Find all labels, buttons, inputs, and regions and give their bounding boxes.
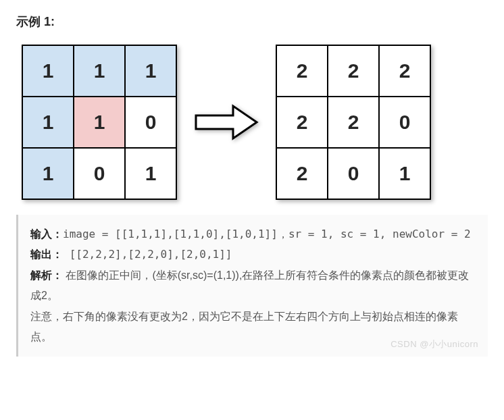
- grid-cell: 1: [74, 45, 125, 97]
- watermark-text: CSDN @小小unicorn: [390, 336, 478, 353]
- input-label: 输入：: [30, 228, 63, 240]
- grid-cell: 0: [328, 148, 379, 199]
- grid-cell: 2: [328, 45, 379, 97]
- grid-cell: 2: [276, 45, 328, 97]
- grid-cell: 0: [379, 97, 430, 148]
- grid-cell: 0: [74, 148, 125, 199]
- output-line: 输出： [[2,2,2],[2,2,0],[2,0,1]]: [30, 244, 476, 265]
- grid-cell: 2: [276, 148, 328, 199]
- explain-text-1: 在图像的正中间，(坐标(sr,sc)=(1,1)),在路径上所有符合条件的像素点…: [30, 269, 469, 301]
- output-grid: 222220201: [276, 45, 431, 200]
- input-grid: 111110101: [22, 45, 177, 200]
- grid-cell: 1: [22, 45, 74, 97]
- output-label: 输出：: [30, 248, 63, 260]
- input-line: 输入：image = [[1,1,1],[1,1,0],[1,0,1]]，sr …: [30, 224, 476, 244]
- example-title: 示例 1:: [16, 14, 488, 30]
- grid-cell: 2: [276, 97, 328, 148]
- arrow-icon: [189, 102, 263, 142]
- output-text: [[2,2,2],[2,2,0],[2,0,1]]: [63, 248, 232, 261]
- explain-label: 解析：: [30, 269, 63, 281]
- explanation-block: 输入：image = [[1,1,1],[1,1,0],[1,0,1]]，sr …: [16, 215, 488, 357]
- grid-cell: 1: [22, 97, 74, 148]
- grid-cell: 1: [74, 97, 125, 148]
- grid-cell: 1: [22, 148, 74, 199]
- grid-cell: 1: [379, 148, 430, 199]
- grid-cell: 2: [328, 97, 379, 148]
- grid-cell: 1: [125, 148, 176, 199]
- grid-cell: 1: [125, 45, 176, 97]
- input-text: image = [[1,1,1],[1,1,0],[1,0,1]]，sr = 1…: [63, 228, 471, 240]
- diagram: 111110101 222220201: [16, 45, 488, 200]
- explain-line-1: 解析： 在图像的正中间，(坐标(sr,sc)=(1,1)),在路径上所有符合条件…: [30, 265, 476, 307]
- grid-cell: 0: [125, 97, 176, 148]
- grid-cell: 2: [379, 45, 430, 97]
